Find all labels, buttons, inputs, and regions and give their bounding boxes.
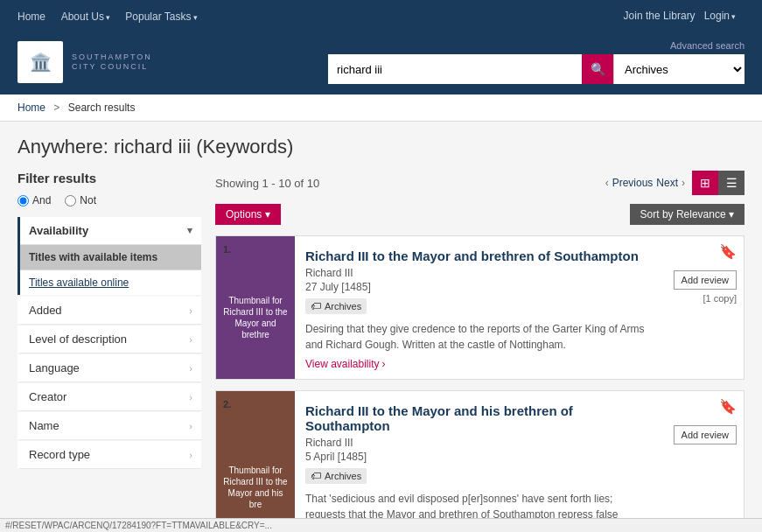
and-radio[interactable]: [17, 195, 29, 206]
add-review-button-1[interactable]: Add review: [674, 270, 737, 290]
breadcrumb: Home > Search results: [0, 94, 762, 122]
card-actions-1: 🔖 Add review [1 copy]: [656, 236, 744, 379]
prev-link[interactable]: Previous: [612, 177, 654, 189]
filter-added[interactable]: Added ›: [17, 297, 201, 325]
availability-group-header[interactable]: Availability ▾: [20, 217, 201, 245]
logo-text: SOUTHAMPTON CITY COUNCIL: [72, 52, 152, 72]
added-chevron: ›: [189, 305, 192, 316]
tag-icon-1: 🏷: [311, 300, 321, 312]
add-review-button-2[interactable]: Add review: [674, 425, 737, 444]
not-radio[interactable]: [65, 195, 76, 206]
advanced-search-link[interactable]: Advanced search: [670, 40, 745, 51]
filter-language[interactable]: Language ›: [17, 354, 201, 382]
name-chevron: ›: [189, 421, 192, 431]
filter-name[interactable]: Name ›: [17, 412, 201, 440]
filter-level[interactable]: Level of description ›: [17, 326, 201, 354]
logo-icon: 🏛️: [17, 41, 63, 83]
not-radio-label[interactable]: Not: [65, 194, 96, 206]
tag-icon-2: 🏷: [311, 470, 321, 482]
main-area: Anywhere: richard iii (Keywords) Filter …: [0, 122, 762, 532]
breadcrumb-home[interactable]: Home: [17, 102, 45, 114]
nav-home[interactable]: Home: [17, 10, 45, 23]
filter-heading: Filter results: [17, 171, 201, 186]
status-url: #/RESET/WPAC/ARCENQ/17284190?FT=TTMAVAIL…: [5, 521, 272, 530]
card-num-1: 1.: [223, 243, 231, 256]
nav-about[interactable]: About Us▾: [61, 10, 114, 23]
language-chevron: ›: [189, 363, 192, 374]
view-availability-link-1[interactable]: View availability ›: [305, 358, 646, 370]
card-tag-2: 🏷 Archives: [305, 468, 367, 484]
bookmark-icon-1[interactable]: 🔖: [719, 243, 737, 260]
list-view-button[interactable]: ☰: [718, 171, 745, 195]
card-num-2: 2.: [223, 398, 231, 410]
copy-count-1: [1 copy]: [703, 293, 737, 304]
results-info: Showing 1 - 10 of 10: [215, 177, 319, 190]
result-card: 1. Thumbnail for Richard III to the Mayo…: [215, 235, 745, 380]
card-tag-1: 🏷 Archives: [305, 298, 367, 314]
availability-item-available[interactable]: Titles with available items: [20, 245, 201, 270]
top-nav-left: Home About Us▾ Popular Tasks▾: [17, 10, 210, 23]
filter-record-type[interactable]: Record type ›: [17, 441, 201, 469]
next-arrow: ›: [682, 177, 685, 189]
filter-group-availability: Availability ▾ Titles with available ite…: [17, 217, 201, 295]
availability-item-online[interactable]: Titles available online: [20, 270, 201, 295]
top-nav-right: Join the Library Login▾: [624, 10, 745, 22]
toolbar-right: ‹ Previous Next › ⊞ ☰: [605, 171, 745, 195]
creator-chevron: ›: [189, 392, 192, 402]
options-sort-row: Options ▾ Sort by Relevance ▾: [215, 204, 745, 225]
and-radio-label[interactable]: And: [17, 194, 51, 206]
grid-view-button[interactable]: ⊞: [692, 171, 718, 195]
card-date-2: 5 April [1485]: [305, 451, 646, 463]
bookmark-icon-2[interactable]: 🔖: [719, 398, 737, 415]
nav-login[interactable]: Login▾: [704, 10, 736, 22]
logo-area: 🏛️ SOUTHAMPTON CITY COUNCIL: [17, 41, 152, 83]
next-link[interactable]: Next: [656, 177, 678, 189]
card-actions-2: 🔖 Add review: [656, 391, 744, 532]
breadcrumb-current: Search results: [68, 102, 136, 114]
card-description-1: Desiring that they give credence to the …: [305, 321, 646, 353]
results-area: Showing 1 - 10 of 10 ‹ Previous Next › ⊞…: [215, 171, 745, 532]
record-type-chevron: ›: [189, 450, 192, 460]
options-button[interactable]: Options ▾: [215, 204, 281, 225]
view-toggle: ⊞ ☰: [692, 171, 745, 195]
sidebar: Filter results And Not Availability ▾ Ti…: [17, 171, 201, 532]
search-bar-area: Advanced search 🔍 Archives All Books Mus…: [328, 40, 745, 84]
top-nav: Home About Us▾ Popular Tasks▾ Join the L…: [0, 0, 762, 32]
status-bar: #/RESET/WPAC/ARCENQ/17284190?FT=TTMAVAIL…: [0, 518, 762, 532]
sort-button[interactable]: Sort by Relevance ▾: [630, 204, 745, 225]
thumbnail-text-2: Thumbnail for Richard III to the Mayor a…: [223, 465, 288, 510]
page-title: Anywhere: richard iii (Keywords): [17, 136, 745, 158]
header: 🏛️ SOUTHAMPTON CITY COUNCIL Advanced sea…: [0, 32, 762, 94]
search-input[interactable]: [328, 54, 582, 84]
search-button[interactable]: 🔍: [582, 54, 613, 84]
card-date-1: 27 July [1485]: [305, 281, 646, 293]
prev-arrow: ‹: [605, 177, 609, 189]
level-chevron: ›: [189, 334, 192, 345]
card-author-2: Richard III: [305, 437, 646, 449]
card-thumbnail-2: 2. Thumbnail for Richard III to the Mayo…: [216, 391, 295, 532]
card-thumbnail-1: 1. Thumbnail for Richard III to the Mayo…: [216, 236, 295, 379]
breadcrumb-separator: >: [53, 102, 59, 114]
search-row: 🔍 Archives All Books Music: [328, 54, 745, 84]
category-select[interactable]: Archives All Books Music: [613, 54, 745, 84]
pagination: ‹ Previous Next ›: [605, 177, 685, 189]
filter-creator[interactable]: Creator ›: [17, 383, 201, 411]
thumbnail-text-1: Thumbnail for Richard III to the Mayor a…: [223, 295, 288, 340]
search-icon: 🔍: [591, 62, 605, 76]
card-body-2: Richard III to the Mayor and his brethre…: [295, 391, 656, 532]
nav-join-library[interactable]: Join the Library: [624, 10, 696, 22]
card-title-2[interactable]: Richard III to the Mayor and his brethre…: [305, 403, 646, 433]
results-toolbar: Showing 1 - 10 of 10 ‹ Previous Next › ⊞…: [215, 171, 745, 195]
card-title-1[interactable]: Richard III to the Mayor and brethren of…: [305, 248, 646, 263]
nav-popular-tasks[interactable]: Popular Tasks▾: [125, 10, 197, 23]
availability-chevron: ▾: [187, 225, 192, 236]
and-not-row: And Not: [17, 194, 201, 206]
card-author-1: Richard III: [305, 267, 646, 279]
result-card-2: 2. Thumbnail for Richard III to the Mayo…: [215, 390, 745, 532]
card-body-1: Richard III to the Mayor and brethren of…: [295, 236, 656, 379]
content-row: Filter results And Not Availability ▾ Ti…: [17, 171, 745, 532]
